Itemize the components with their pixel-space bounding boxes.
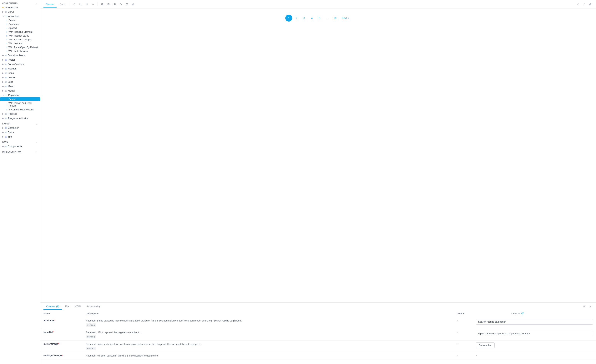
sidebar-item-components-beta[interactable]: ▶ □ Components	[0, 144, 40, 149]
menu-icon: □	[5, 85, 7, 88]
page-btn-3[interactable]: 3	[301, 15, 308, 22]
sidebar-item-pagination[interactable]: ▼ □ Pagination	[0, 93, 40, 97]
cell-default-base-url: -	[454, 329, 473, 340]
sidebar-item-dropdown-menu[interactable]: ▶ □ DropdownMenu	[0, 53, 40, 58]
toolbar-separator-2	[97, 2, 98, 6]
sidebar-item-form-controls[interactable]: ▶ □ Form Controls	[0, 62, 40, 66]
sidebar-item-container[interactable]: ▶ □ Container	[0, 126, 40, 130]
expand-btn[interactable]: ⤢	[575, 1, 581, 7]
required-star: *	[62, 354, 63, 357]
layout-btn[interactable]: ⊠	[112, 1, 117, 7]
sidebar-item-tile[interactable]: ▶ □ Tile	[0, 134, 40, 139]
sidebar-item-loader[interactable]: ▶ □ Loader	[0, 75, 40, 80]
sidebar-section-components: COMPONENTS ▲	[0, 0, 40, 5]
sidebar-section-chevron-components[interactable]: ▲	[36, 2, 38, 4]
popover-expand-icon: ▶	[2, 113, 4, 115]
page-btn-10[interactable]: 10	[331, 15, 338, 22]
icons-icon: □	[5, 72, 7, 74]
sidebar-item-child-label: With Expand Collapse	[8, 38, 32, 41]
sidebar-item-stack[interactable]: ▶ □ Stack	[0, 130, 40, 134]
external-link-btn[interactable]: ⤤	[581, 1, 587, 7]
tab-canvas[interactable]: Canvas	[44, 1, 57, 7]
sidebar-item-accordion-spaced[interactable]: □ Spaced	[0, 26, 40, 30]
tab-jsx[interactable]: JSX	[62, 303, 72, 310]
sidebar-item-label: Form Controls	[8, 63, 24, 66]
sidebar-item-accordion-with-heading[interactable]: □ With Heading Element	[0, 30, 40, 34]
sidebar-item-introduction[interactable]: ■ Introduction	[0, 5, 40, 10]
sidebar-item-logo[interactable]: ▶ □ Logo	[0, 80, 40, 84]
pagination-expand-icon: ▼	[2, 94, 4, 96]
tab-accessibility[interactable]: Accessibility	[84, 303, 103, 310]
page-btn-5[interactable]: 5	[316, 15, 323, 22]
sidebar-item-accordion-contained[interactable]: □ Contained	[0, 22, 40, 26]
panel-expand-icon-btn[interactable]: ⊞	[582, 304, 587, 309]
sidebar-item-popover[interactable]: ▶ □ Popover	[0, 111, 40, 116]
default-value-current-page: -	[457, 342, 457, 345]
pagination-default-icon: □	[6, 98, 7, 100]
sidebar-item-pagination-in-context[interactable]: □ In Context With Results	[0, 108, 40, 111]
info-btn[interactable]: ⊙	[118, 1, 124, 7]
sidebar-item-progress-indicator[interactable]: ▶ □ Progress Indicator	[0, 116, 40, 120]
modal-expand-icon: ▶	[2, 90, 4, 92]
table-btn[interactable]: ⊡	[124, 1, 130, 7]
sidebar-item-child-label: With Range And Total Results	[8, 102, 39, 107]
sidebar-section-beta: BETA ▲	[0, 139, 40, 144]
sidebar-item-icons[interactable]: ▶ □ Icons	[0, 71, 40, 75]
control-input-aria-label[interactable]	[476, 319, 593, 325]
header-icon: □	[5, 67, 7, 70]
controls-refresh-icon[interactable]: ↺	[521, 312, 524, 315]
cell-name-base-url: baseUrl*	[40, 329, 83, 340]
th-name: Name	[40, 310, 83, 317]
zoom-in-btn[interactable]	[84, 1, 89, 7]
link-btn[interactable]: ⊕	[588, 1, 593, 7]
sidebar-item-pagination-default[interactable]: □ Default	[0, 97, 40, 101]
page-btn-next[interactable]: Next ›	[339, 15, 351, 22]
sidebar-item-header[interactable]: ▶ □ Header	[0, 66, 40, 71]
globe-btn[interactable]: ⊕	[130, 1, 136, 7]
required-star: *	[58, 342, 59, 345]
tab-docs[interactable]: Docs	[57, 1, 68, 7]
sidebar-section-chevron-beta[interactable]: ▲	[36, 141, 38, 143]
control-input-base-url[interactable]	[476, 331, 593, 336]
sidebar-section-chevron-implementation[interactable]: ▼	[36, 151, 38, 153]
tab-html[interactable]: HTML	[72, 303, 84, 310]
bottom-tab-icons: ⊞ ✕	[582, 304, 593, 309]
sidebar-item-accordion-with-header-styles[interactable]: □ With Header Styles	[0, 34, 40, 38]
sidebar-item-child-label: With Left Icon	[8, 42, 23, 45]
type-badge-base-url: string	[86, 335, 96, 338]
sidebar-item-child-label: With Heading Element	[8, 30, 32, 33]
sidebar-item-accordion-with-pane-open[interactable]: □ With Pane Open By Default	[0, 45, 40, 49]
footer-icon: □	[5, 59, 7, 61]
sidebar-item-accordion-with-left-chevron[interactable]: □ With Left Chevron	[0, 49, 40, 53]
panel-close-btn[interactable]: ✕	[588, 304, 593, 309]
zoom-out-btn[interactable]	[78, 1, 83, 7]
table-row-current-page: currentPage* Required: Implementation-le…	[40, 340, 596, 352]
sidebar-item-ctas[interactable]: ▶ □ CTAs	[0, 10, 40, 14]
bottom-tabs: Controls (9) JSX HTML Accessibility ⊞ ✕	[40, 303, 596, 310]
sidebar-item-accordion[interactable]: ▼ □ Accordion	[0, 14, 40, 18]
page-btn-4[interactable]: 4	[308, 15, 315, 22]
sidebar-section-chevron-layout[interactable]: ▲	[36, 123, 38, 125]
page-btn-2[interactable]: 2	[293, 15, 300, 22]
sidebar-item-footer[interactable]: ▶ □ Footer	[0, 58, 40, 62]
sidebar-item-pagination-with-range[interactable]: □ With Range And Total Results	[0, 101, 40, 108]
sidebar-item-accordion-default[interactable]: □ Default	[0, 18, 40, 22]
type-badge-current-page: number	[86, 347, 96, 350]
tab-controls[interactable]: Controls (9)	[44, 303, 62, 310]
set-number-button[interactable]: Set number	[476, 342, 495, 348]
icons-expand-icon: ▶	[2, 72, 4, 74]
page-btn-1[interactable]: 1	[285, 15, 292, 22]
sidebar-item-menu[interactable]: ▶ □ Menu	[0, 84, 40, 89]
stack-expand-icon: ▶	[2, 131, 4, 133]
sidebar-item-accordion-with-expand-collapse[interactable]: □ With Expand Collapse	[0, 38, 40, 42]
cell-name-current-page: currentPage*	[40, 340, 83, 352]
sidebar-item-modal[interactable]: ▶ □ Modal	[0, 89, 40, 93]
accordion-expand-icon: ▼	[2, 15, 4, 17]
sidebar-item-label: Container	[8, 126, 19, 129]
refresh-btn[interactable]: ↺	[72, 1, 77, 7]
reset-zoom-btn[interactable]: ↔	[90, 1, 96, 7]
grid-btn[interactable]: ⊟	[106, 1, 111, 7]
sidebar-item-accordion-with-left-icon[interactable]: □ With Left Icon	[0, 42, 40, 45]
canvas-area: 1 2 3 4 5 ... 10 Next ›	[40, 8, 596, 302]
image-btn[interactable]: ⊞	[100, 1, 105, 7]
